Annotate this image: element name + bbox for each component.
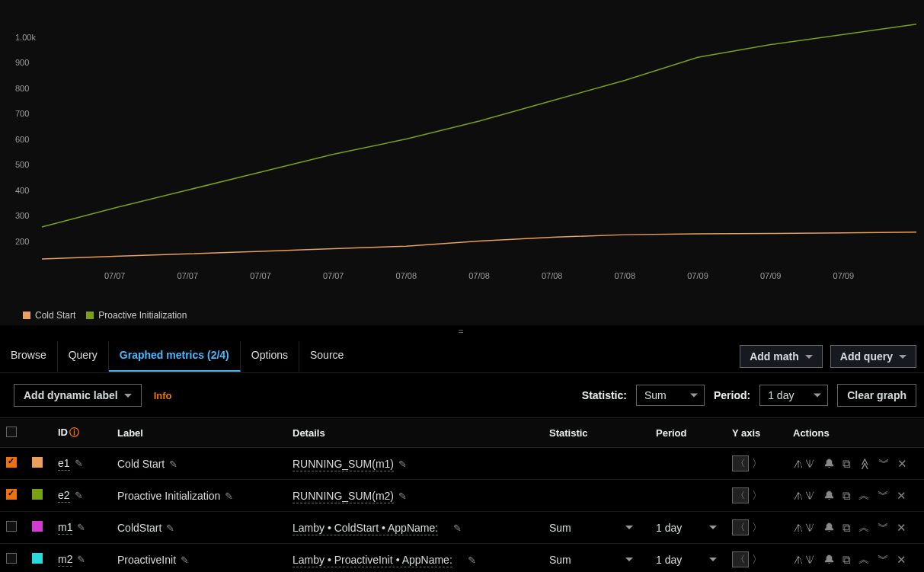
row-details[interactable]: Lamby • ProactiveInit • AppName: bbox=[293, 554, 452, 567]
row-period-select[interactable]: 1 day bbox=[656, 522, 717, 534]
move-down-icon[interactable]: ︾ bbox=[878, 520, 889, 535]
tab-browse[interactable]: Browse bbox=[0, 341, 58, 372]
edit-icon[interactable]: ✎ bbox=[75, 458, 83, 469]
add-math-button[interactable]: Add math bbox=[740, 345, 823, 368]
pulse-icon[interactable]: ⩚⩛ bbox=[793, 457, 816, 470]
move-up-icon[interactable]: ︽ bbox=[858, 520, 870, 535]
caret-icon bbox=[709, 558, 717, 561]
y-tick: 400 bbox=[15, 186, 29, 195]
yaxis-right-icon: 〉 bbox=[750, 553, 764, 567]
col-details: Details bbox=[286, 418, 543, 448]
period-select[interactable]: 1 day bbox=[759, 385, 828, 406]
statistic-select[interactable]: Sum bbox=[636, 385, 705, 406]
row-checkbox[interactable] bbox=[6, 489, 17, 500]
col-statistic: Statistic bbox=[543, 418, 650, 448]
move-up-icon[interactable]: ︽ bbox=[858, 552, 870, 567]
col-yaxis: Y axis bbox=[726, 418, 787, 448]
move-up-icon[interactable]: ≫ bbox=[858, 458, 871, 470]
move-down-icon[interactable]: ︾ bbox=[878, 456, 890, 471]
row-checkbox[interactable] bbox=[6, 457, 17, 468]
bell-icon[interactable]: 🔔︎ bbox=[823, 521, 835, 534]
edit-icon[interactable]: ✎ bbox=[468, 554, 476, 566]
row-id[interactable]: e2 bbox=[58, 489, 70, 503]
statistic-label: Statistic: bbox=[582, 389, 627, 401]
pulse-icon[interactable]: ⩚⩛ bbox=[793, 489, 816, 502]
info-icon[interactable]: ⓘ bbox=[69, 427, 79, 438]
add-query-button[interactable]: Add query bbox=[830, 345, 916, 368]
table-row: e1✎ Cold Start✎ RUNNING_SUM(m1)✎ 〈〉 ⩚⩛ 🔔… bbox=[0, 448, 924, 480]
caret-icon bbox=[899, 355, 906, 359]
edit-icon[interactable]: ✎ bbox=[398, 459, 407, 470]
row-label: ColdStart bbox=[117, 522, 161, 534]
add-math-label: Add math bbox=[750, 350, 799, 363]
yaxis-toggle[interactable]: 〈〉 bbox=[732, 551, 781, 567]
row-id[interactable]: e1 bbox=[58, 457, 70, 471]
tab-options[interactable]: Options bbox=[241, 341, 299, 372]
edit-icon[interactable]: ✎ bbox=[398, 491, 407, 502]
series-color-swatch[interactable] bbox=[32, 457, 43, 468]
remove-icon[interactable]: ✕ bbox=[897, 521, 906, 535]
edit-icon[interactable]: ✎ bbox=[77, 554, 85, 565]
remove-icon[interactable]: ✕ bbox=[897, 489, 906, 503]
edit-icon[interactable]: ✎ bbox=[181, 554, 189, 566]
bell-icon[interactable]: 🔔︎ bbox=[823, 553, 835, 566]
row-checkbox[interactable] bbox=[6, 521, 17, 532]
copy-icon[interactable]: ⧉ bbox=[842, 489, 851, 503]
move-down-icon[interactable]: ︾ bbox=[878, 488, 889, 503]
row-statistic-select[interactable]: Sum bbox=[549, 554, 633, 566]
yaxis-right-icon: 〉 bbox=[750, 457, 764, 471]
bell-icon[interactable]: 🔔︎ bbox=[823, 457, 835, 470]
edit-icon[interactable]: ✎ bbox=[75, 490, 83, 501]
pulse-icon[interactable]: ⩚⩛ bbox=[793, 521, 816, 534]
legend-item[interactable]: Cold Start bbox=[23, 310, 75, 321]
clear-graph-button[interactable]: Clear graph bbox=[837, 384, 916, 407]
row-details[interactable]: Lamby • ColdStart • AppName: bbox=[293, 522, 438, 535]
tab-source[interactable]: Source bbox=[299, 341, 354, 372]
tab-query[interactable]: Query bbox=[58, 341, 109, 372]
pulse-icon[interactable]: ⩚⩛ bbox=[793, 553, 816, 566]
x-tick: 07/09 bbox=[687, 271, 708, 280]
add-dynamic-label-button[interactable]: Add dynamic label bbox=[14, 384, 142, 407]
row-id[interactable]: m2 bbox=[58, 553, 72, 567]
move-up-icon[interactable]: ︽ bbox=[858, 488, 870, 503]
add-dynamic-label-text: Add dynamic label bbox=[24, 389, 118, 401]
row-id[interactable]: m1 bbox=[58, 521, 72, 535]
row-checkbox[interactable] bbox=[6, 553, 17, 564]
x-tick: 07/09 bbox=[760, 271, 782, 280]
resize-grip[interactable]: = bbox=[0, 325, 924, 337]
edit-icon[interactable]: ✎ bbox=[453, 522, 462, 534]
edit-icon[interactable]: ✎ bbox=[166, 522, 174, 534]
edit-icon[interactable]: ✎ bbox=[225, 491, 233, 502]
row-statistic-select[interactable]: Sum bbox=[549, 522, 633, 534]
yaxis-toggle[interactable]: 〈〉 bbox=[732, 487, 781, 503]
table-row: m2✎ ProactiveInit✎ Lamby • ProactiveInit… bbox=[0, 544, 924, 573]
edit-icon[interactable]: ✎ bbox=[169, 459, 177, 470]
chart-series-line bbox=[42, 232, 916, 259]
col-label: Label bbox=[111, 418, 286, 448]
bell-icon[interactable]: 🔔︎ bbox=[823, 489, 835, 502]
remove-icon[interactable]: ✕ bbox=[897, 457, 907, 471]
series-color-swatch[interactable] bbox=[32, 553, 43, 564]
select-all-checkbox[interactable] bbox=[6, 427, 17, 437]
copy-icon[interactable]: ⧉ bbox=[842, 553, 851, 567]
series-color-swatch[interactable] bbox=[32, 521, 43, 532]
row-period-select[interactable]: 1 day bbox=[656, 554, 717, 566]
remove-icon[interactable]: ✕ bbox=[897, 553, 906, 567]
yaxis-toggle[interactable]: 〈〉 bbox=[732, 455, 781, 471]
legend-item[interactable]: Proactive Initialization bbox=[86, 310, 187, 321]
series-color-swatch[interactable] bbox=[32, 489, 43, 500]
move-down-icon[interactable]: ︾ bbox=[878, 552, 889, 567]
row-details[interactable]: RUNNING_SUM(m2) bbox=[293, 490, 394, 503]
info-link[interactable]: Info bbox=[154, 390, 172, 401]
x-tick: 07/07 bbox=[104, 271, 126, 280]
tab-graphed-metrics[interactable]: Graphed metrics (2/4) bbox=[109, 341, 241, 372]
caret-icon bbox=[124, 394, 132, 398]
row-label: Cold Start bbox=[117, 458, 165, 470]
caret-icon bbox=[625, 526, 633, 529]
row-details[interactable]: RUNNING_SUM(m1) bbox=[293, 458, 394, 471]
copy-icon[interactable]: ⧉ bbox=[842, 457, 851, 471]
y-tick: 900 bbox=[15, 58, 29, 67]
copy-icon[interactable]: ⧉ bbox=[842, 521, 851, 535]
edit-icon[interactable]: ✎ bbox=[77, 522, 85, 533]
yaxis-toggle[interactable]: 〈〉 bbox=[732, 519, 781, 535]
